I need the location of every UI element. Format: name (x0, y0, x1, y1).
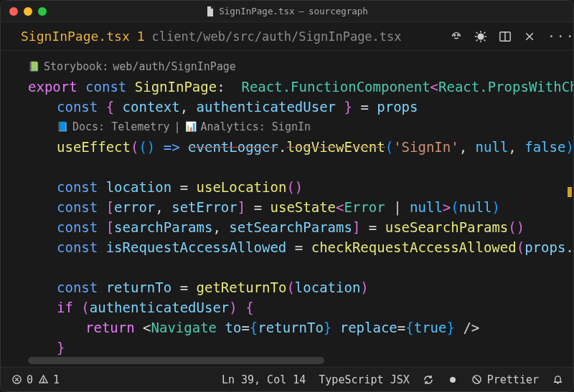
svg-line-8 (484, 39, 485, 41)
window-title: SignInPage.tsx — sourcegraph (1, 6, 573, 16)
smile-icon[interactable] (450, 30, 463, 43)
tab-filename[interactable]: SignInPage.tsx (21, 29, 130, 44)
bell-icon[interactable] (552, 374, 563, 386)
codelens-docs-label: Docs: Telemetry (72, 117, 169, 137)
status-warning-count: 1 (53, 373, 60, 386)
code-line[interactable]: const [error, setError] = useState<Error… (28, 197, 573, 217)
title-separator: — (299, 6, 305, 16)
status-language[interactable]: TypeScript JSX (319, 373, 409, 386)
editor-tab-row: SignInPage.tsx 1 client/web/src/auth/Sig… (1, 22, 573, 51)
zoom-window-button[interactable] (38, 7, 47, 16)
docs-icon: 📘 (57, 117, 68, 137)
code-line[interactable]: const location = useLocation() (28, 177, 573, 197)
code-line[interactable]: const isRequestAccessAllowed = checkRequ… (28, 237, 573, 257)
tab-filepath: client/web/src/auth/SignInPage.tsx (152, 29, 402, 44)
svg-line-9 (476, 39, 478, 41)
status-lang: TypeScript JSX (319, 373, 409, 386)
scrollbar-thumb[interactable] (28, 357, 324, 364)
horizontal-scrollbar[interactable] (28, 357, 566, 364)
code-blank-line[interactable] (28, 257, 573, 277)
window-titlebar: SignInPage.tsx — sourcegraph (1, 1, 573, 22)
storybook-icon: 📗 (28, 57, 39, 77)
close-tab-icon[interactable] (523, 30, 536, 43)
codelens-sep: | (174, 117, 180, 137)
code-line[interactable]: const { context, authenticatedUser } = p… (28, 97, 573, 117)
title-filename: SignInPage.tsx (219, 6, 294, 16)
svg-line-22 (474, 377, 480, 383)
status-prettier[interactable]: Prettier (471, 373, 539, 386)
svg-point-1 (458, 34, 458, 35)
code-line[interactable]: const returnTo = getReturnTo(location) (28, 277, 573, 297)
overview-ruler-warning[interactable] (568, 187, 572, 197)
code-line[interactable]: useEffect(() => eventLogger.logViewEvent… (28, 137, 573, 157)
sun-status-icon[interactable] (447, 374, 458, 386)
minimize-window-button[interactable] (24, 7, 32, 16)
status-cursor-pos[interactable]: Ln 39, Col 14 (222, 373, 306, 386)
sync-icon[interactable] (423, 374, 434, 386)
svg-line-10 (484, 32, 485, 33)
window-controls (1, 7, 47, 16)
svg-point-20 (450, 377, 456, 383)
status-prettier-label: Prettier (487, 373, 539, 386)
code-line[interactable]: return <Navigate to={returnTo} replace={… (28, 317, 573, 338)
code-line[interactable]: export const SignInPage: React.FunctionC… (28, 77, 573, 97)
file-icon (206, 6, 215, 16)
svg-point-19 (42, 381, 43, 382)
tab-dirty-indicator: 1 (137, 29, 145, 44)
status-error-count: 0 (27, 373, 33, 386)
split-editor-icon[interactable] (499, 30, 512, 43)
code-editor[interactable]: 📗 Storybook: web/auth/SignInPage export … (1, 51, 573, 367)
error-icon (11, 374, 22, 386)
tab-toolbar: ··· (450, 30, 560, 43)
svg-line-7 (476, 32, 478, 33)
code-line[interactable]: if (authenticatedUser) { (28, 297, 573, 317)
codelens-storybook-path: web/auth/SignInPage (113, 57, 236, 77)
status-problems[interactable]: 0 1 (11, 373, 60, 386)
svg-point-2 (478, 33, 484, 39)
codelens-storybook[interactable]: 📗 Storybook: web/auth/SignInPage (28, 57, 573, 77)
prettier-status-icon (471, 374, 483, 386)
codelens-analytics-label: Analytics: SignIn (201, 117, 311, 137)
code-line[interactable]: const [searchParams, setSearchParams] = … (28, 217, 573, 237)
status-bar: 0 1 Ln 39, Col 14 TypeScript JSX Prettie… (1, 367, 573, 391)
more-actions-icon[interactable]: ··· (547, 30, 560, 43)
codelens-storybook-prefix: Storybook: (44, 57, 108, 77)
close-window-button[interactable] (9, 7, 18, 16)
code-blank-line[interactable] (28, 157, 573, 177)
title-project: sourcegraph (309, 6, 368, 16)
sun-icon[interactable] (474, 30, 487, 43)
code-line[interactable]: } (28, 338, 573, 358)
analytics-icon: 📊 (185, 117, 197, 137)
svg-point-0 (454, 34, 455, 35)
warning-icon (37, 374, 49, 386)
status-ln-col: Ln 39, Col 14 (222, 373, 306, 386)
codelens-docs[interactable]: 📘 Docs: Telemetry | 📊 Analytics: SignIn (28, 117, 573, 137)
